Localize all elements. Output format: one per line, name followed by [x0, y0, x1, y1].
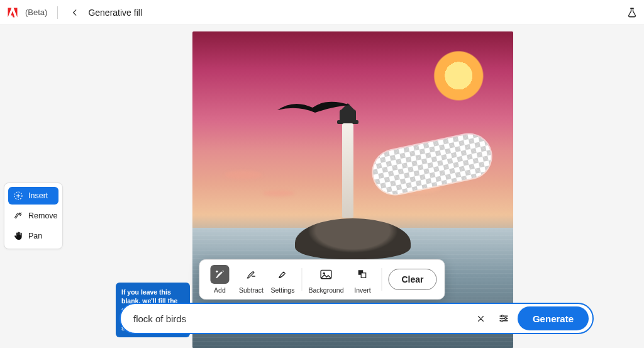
canvas-image[interactable] [192, 31, 513, 348]
toolbar-settings[interactable]: Settings [270, 265, 295, 294]
back-button[interactable] [68, 6, 82, 20]
labs-icon[interactable] [626, 7, 638, 18]
svg-point-7 [504, 318, 506, 320]
toolbar-background[interactable]: Background [308, 265, 343, 294]
adobe-logo-icon [6, 6, 19, 19]
tool-insert[interactable]: Insert [8, 187, 58, 205]
page-title: Generative fill [88, 8, 142, 18]
svg-point-8 [501, 320, 502, 322]
tool-remove-label: Remove [28, 211, 58, 220]
subtract-brush-icon [242, 265, 260, 284]
background-icon [316, 265, 335, 284]
prompt-settings-button[interactable] [495, 310, 513, 327]
toolbar-divider [301, 268, 302, 291]
canvas-area: Insert Remove Pan Add Subtract [0, 25, 644, 348]
tool-pan-label: Pan [28, 232, 42, 240]
toolbar-subtract[interactable]: Subtract [238, 265, 264, 294]
toolbar-settings-label: Settings [270, 286, 294, 294]
toolbar-subtract-label: Subtract [239, 286, 264, 294]
remove-icon [13, 211, 23, 221]
generate-button[interactable]: Generate [518, 306, 589, 330]
svg-point-1 [279, 276, 280, 278]
header-divider [57, 6, 58, 19]
toolbar-invert-label: Invert [354, 286, 370, 294]
svg-point-6 [501, 315, 503, 317]
tool-pan[interactable]: Pan [8, 227, 58, 245]
lighthouse [342, 123, 353, 218]
bird-silhouette [276, 101, 352, 116]
pan-icon [13, 231, 23, 241]
app-header: (Beta) Generative fill [0, 0, 644, 25]
insert-icon [13, 191, 23, 201]
invert-icon [353, 265, 372, 284]
tool-insert-label: Insert [28, 191, 48, 200]
settings-brush-icon [273, 265, 292, 284]
tool-panel: Insert Remove Pan [4, 182, 63, 249]
beta-label: (Beta) [25, 8, 47, 17]
header-left: (Beta) Generative fill [6, 6, 142, 20]
tool-remove[interactable]: Remove [8, 207, 58, 225]
cloud [263, 190, 294, 196]
toolbar-divider [382, 268, 382, 291]
toolbar-background-label: Background [308, 286, 343, 294]
svg-point-3 [323, 272, 325, 274]
toolbar-add[interactable]: Add [207, 265, 232, 294]
add-brush-icon [210, 265, 229, 284]
svg-rect-5 [361, 273, 366, 278]
prompt-bar: Generate [119, 303, 594, 334]
prompt-input[interactable] [133, 313, 467, 324]
toolbar-invert[interactable]: Invert [350, 265, 375, 294]
selection-toolbar: Add Subtract Settings Background Invert [199, 259, 445, 300]
clear-input-button[interactable] [472, 310, 490, 327]
toolbar-add-label: Add [214, 286, 226, 294]
clear-button[interactable]: Clear [389, 269, 437, 290]
